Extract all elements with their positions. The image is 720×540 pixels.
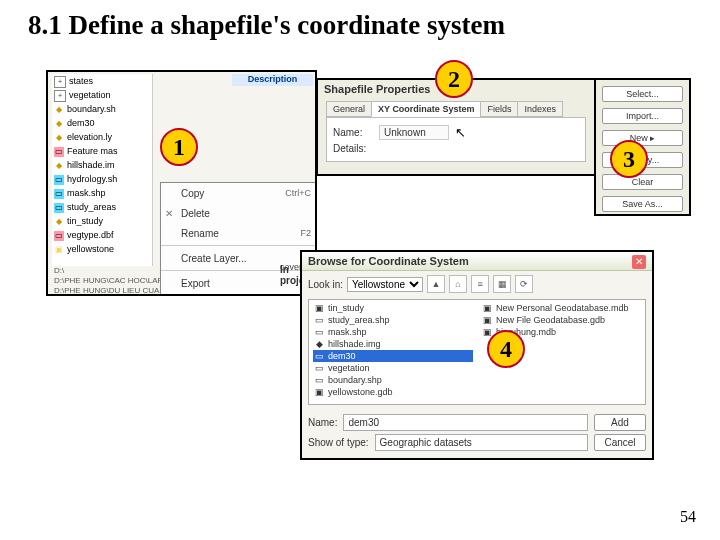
catalog-tree[interactable]: +states+vegetation◆boundary.sh◆dem30◆ele… — [52, 74, 153, 266]
browse-title: Browse for Coordinate System — [302, 252, 652, 271]
close-icon[interactable]: ✕ — [632, 255, 646, 269]
callout-3: 3 — [610, 140, 648, 178]
file-item[interactable]: ▭boundary.shp — [313, 374, 473, 386]
file-type-label: Show of type: — [308, 437, 369, 448]
file-item[interactable]: ▣yellowstone.gdb — [313, 386, 473, 398]
tree-item[interactable]: ▭Feature mas — [52, 144, 152, 158]
description-header: Description — [232, 74, 313, 86]
spatialref-new-button[interactable]: New ▸ — [602, 130, 683, 146]
details-view-icon[interactable]: ▦ — [493, 275, 511, 293]
tree-item[interactable]: ◆dem30 — [52, 116, 152, 130]
lookin-select[interactable]: Yellowstone — [347, 277, 423, 292]
tree-item[interactable]: ▭study_areas — [52, 200, 152, 214]
name-label: Name: — [333, 127, 379, 138]
cursor-icon: ↖ — [455, 125, 466, 140]
up-folder-icon[interactable]: ▲ — [427, 275, 445, 293]
lookin-label: Look in: — [308, 279, 343, 290]
tab-indexes[interactable]: Indexes — [517, 101, 563, 117]
tree-item[interactable]: ◆elevation.ly — [52, 130, 152, 144]
file-name-input[interactable]: dem30 — [343, 414, 588, 431]
callout-2: 2 — [435, 60, 473, 98]
callout-1: 1 — [160, 128, 198, 166]
file-item[interactable]: ▣New File Geodatabase.gdb — [481, 314, 641, 326]
panel-browse-coordsys: Browse for Coordinate System ✕ Look in: … — [300, 250, 654, 460]
page-number: 54 — [680, 508, 696, 526]
panel-catalog-tree: Description +states+vegetation◆boundary.… — [46, 70, 317, 296]
name-value: Unknown — [379, 125, 449, 140]
spatialref-import-button[interactable]: Import... — [602, 108, 683, 124]
properties-tabs[interactable]: GeneralXY Coordinate SystemFieldsIndexes — [326, 101, 586, 117]
file-type-select[interactable]: Geographic datasets — [375, 434, 588, 451]
file-item[interactable]: ▭study_area.shp — [313, 314, 473, 326]
tree-item[interactable]: ◆boundary.sh — [52, 102, 152, 116]
menu-item[interactable]: ✕Delete — [161, 203, 315, 223]
menu-item[interactable]: CopyCtrl+C — [161, 183, 315, 203]
file-list[interactable]: ▣tin_study▭study_area.shp▭mask.shp◆hills… — [308, 299, 646, 405]
list-view-icon[interactable]: ≡ — [471, 275, 489, 293]
file-name-label: Name: — [308, 417, 337, 428]
spatialref-select-button[interactable]: Select... — [602, 86, 683, 102]
file-item[interactable]: ▣tin_study — [313, 302, 473, 314]
spatialref-clear-button[interactable]: Clear — [602, 174, 683, 190]
tree-item[interactable]: ◆tin_study — [52, 214, 152, 228]
file-item[interactable]: ◆hillshade.img — [313, 338, 473, 350]
tree-item[interactable]: +vegetation — [52, 88, 152, 102]
refresh-icon[interactable]: ⟳ — [515, 275, 533, 293]
spatialref-saveas-button[interactable]: Save As... — [602, 196, 683, 212]
tree-item[interactable]: ▭hydrology.sh — [52, 172, 152, 186]
tree-item[interactable]: ▭vegtype.dbf — [52, 228, 152, 242]
slide-title: 8.1 Define a shapefile's coordinate syst… — [28, 10, 692, 41]
tab-xy-coordinate-system[interactable]: XY Coordinate System — [371, 101, 481, 117]
tree-item[interactable]: ◆hillshade.im — [52, 158, 152, 172]
cancel-button[interactable]: Cancel — [594, 434, 646, 451]
add-button[interactable]: Add — [594, 414, 646, 431]
tab-general[interactable]: General — [326, 101, 372, 117]
file-item[interactable]: ▭vegetation — [313, 362, 473, 374]
details-label: Details: — [333, 143, 379, 154]
tree-item[interactable]: ▭mask.shp — [52, 186, 152, 200]
file-item[interactable]: ▭mask.shp — [313, 326, 473, 338]
file-item[interactable]: ▣New Personal Geodatabase.mdb — [481, 302, 641, 314]
file-item[interactable]: ▭dem30 — [313, 350, 473, 362]
tree-item[interactable]: +states — [52, 74, 152, 88]
menu-item[interactable]: RenameF2 — [161, 223, 315, 243]
tree-item[interactable]: ▣yellowstone — [52, 242, 152, 256]
tab-fields[interactable]: Fields — [480, 101, 518, 117]
home-icon[interactable]: ⌂ — [449, 275, 467, 293]
callout-4: 4 — [487, 330, 525, 368]
